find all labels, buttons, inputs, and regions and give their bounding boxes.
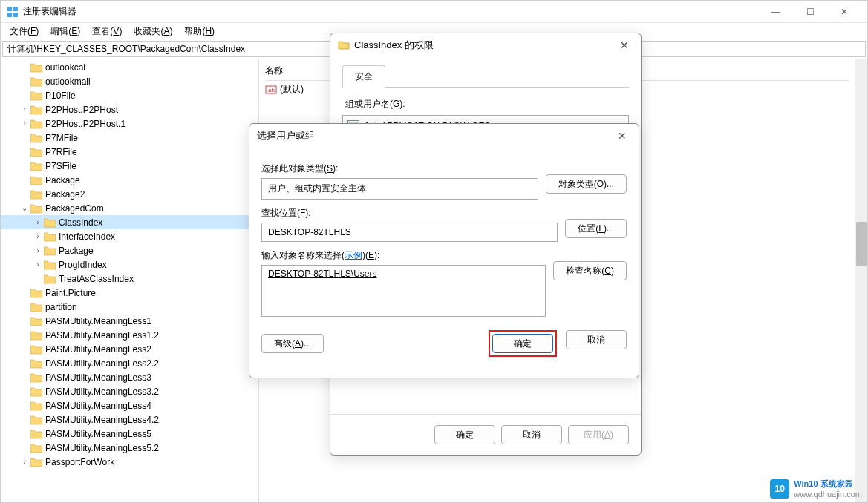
menu-edit[interactable]: 编辑(E) — [45, 24, 86, 39]
svg-rect-1 — [13, 7, 18, 11]
tree-item-interfaceindex[interactable]: ›InterfaceIndex — [1, 229, 258, 243]
tree-item-pasmutility-meaningless4[interactable]: PASMUtility.MeaningLess4 — [1, 398, 258, 412]
tree-item-p2phost-p2phost-1[interactable]: ›P2PHost.P2PHost.1 — [1, 116, 258, 131]
tree-item-pasmutility-meaningless5[interactable]: PASMUtility.MeaningLess5 — [1, 427, 258, 441]
tree-arrow-icon[interactable]: › — [32, 232, 44, 240]
menu-view[interactable]: 查看(V) — [86, 24, 128, 39]
tree-arrow-icon[interactable]: › — [32, 260, 44, 269]
svg-text:ab: ab — [268, 87, 275, 93]
tree-item-pasmutility-meaningless1-2[interactable]: PASMUtility.MeaningLess1.2 — [1, 328, 258, 342]
tree-item-partition[interactable]: partition — [1, 300, 258, 314]
location-button[interactable]: 位置(L)... — [565, 219, 627, 238]
tree-item-package2[interactable]: Package2 — [1, 187, 258, 201]
tree-item-p10file[interactable]: P10File — [1, 88, 258, 102]
tab-security[interactable]: 安全 — [342, 65, 385, 88]
watermark-icon: 10 — [770, 479, 789, 499]
tree-label: PASMUtility.MeaningLess3 — [45, 372, 151, 383]
tree-item-pasmutility-meaningless3[interactable]: PASMUtility.MeaningLess3 — [1, 370, 258, 384]
tree-label: outlookmail — [45, 76, 91, 87]
tree-item-pasmutility-meaningless4-2[interactable]: PASMUtility.MeaningLess4.2 — [1, 412, 258, 427]
menu-help[interactable]: 帮助(H) — [178, 24, 221, 39]
tree-item-pasmutility-meaningless2[interactable]: PASMUtility.MeaningLess2 — [1, 342, 258, 356]
examples-link[interactable]: 示例 — [345, 250, 362, 260]
tree-label: Package — [59, 246, 94, 256]
tree-label: Package — [45, 175, 80, 185]
tree-arrow-icon[interactable]: › — [19, 105, 30, 114]
tree-item-paint-picture[interactable]: Paint.Picture — [1, 286, 258, 300]
select-dlg-title: 选择用户或组 — [257, 129, 315, 142]
tree-label: Paint.Picture — [45, 288, 96, 298]
tree-scrollbar[interactable] — [855, 59, 867, 502]
tree-arrow-icon[interactable]: › — [19, 458, 30, 466]
svg-rect-3 — [13, 13, 18, 17]
tree-item-package[interactable]: ›Package — [1, 243, 258, 257]
regedit-icon — [7, 6, 19, 18]
close-button[interactable]: ✕ — [827, 1, 861, 23]
tree-label: PASMUtility.MeaningLess4 — [45, 401, 151, 411]
enter-names-label: 输入对象名称来选择(示例)(E): — [261, 249, 546, 262]
titlebar: 注册表编辑器 — ☐ ✕ — [1, 1, 867, 23]
tree-item-treatasclassindex[interactable]: TreatAsClassIndex — [1, 272, 258, 286]
tree-arrow-icon[interactable]: › — [32, 218, 44, 226]
check-names-button[interactable]: 检查名称(C) — [553, 261, 627, 280]
tree-label: PASMUtility.MeaningLess5 — [45, 429, 151, 439]
scroll-thumb[interactable] — [856, 222, 867, 266]
tree-label: P7MFile — [45, 133, 78, 143]
tree-label: Package2 — [45, 189, 85, 200]
tree-item-progidindex[interactable]: ›ProgIdIndex — [1, 257, 258, 272]
tree-label: P2PHost.P2PHost — [45, 105, 118, 115]
tree-item-p7mfile[interactable]: P7MFile — [1, 131, 258, 145]
tree-item-pasmutility-meaningless2-2[interactable]: PASMUtility.MeaningLess2.2 — [1, 356, 258, 370]
menu-file[interactable]: 文件(F) — [4, 24, 45, 39]
advanced-button[interactable]: 高级(A)... — [261, 334, 324, 353]
select-cancel-button[interactable]: 取消 — [566, 330, 627, 349]
tree-item-package[interactable]: Package — [1, 173, 258, 187]
tree-item-passportforwork[interactable]: ›PassportForWork — [1, 455, 258, 469]
value-name: (默认) — [280, 83, 304, 96]
folder-icon — [338, 39, 350, 51]
tree-label: P7SFile — [45, 161, 76, 171]
select-close-button[interactable]: ✕ — [613, 130, 631, 142]
tree-label: PASMUtility.MeaningLess3.2 — [45, 387, 159, 397]
watermark: 10 Win10 系统家园 www.qdhuajin.com — [770, 479, 862, 499]
select-ok-button[interactable]: 确定 — [492, 334, 553, 353]
tree-item-pasmutility-meaningless3-2[interactable]: PASMUtility.MeaningLess3.2 — [1, 384, 258, 398]
tree-item-pasmutility-meaningless5-2[interactable]: PASMUtility.MeaningLess5.2 — [1, 441, 258, 455]
tree-label: PASMUtility.MeaningLess5.2 — [45, 443, 159, 453]
tree-item-p2phost-p2phost[interactable]: ›P2PHost.P2PHost — [1, 102, 258, 116]
perm-cancel-button[interactable]: 取消 — [501, 425, 562, 444]
tree-label: PASMUtility.MeaningLess2.2 — [45, 358, 159, 369]
maximize-button[interactable]: ☐ — [793, 1, 827, 23]
tree-label: PASMUtility.MeaningLess4.2 — [45, 415, 159, 425]
tree-arrow-icon[interactable]: › — [19, 119, 30, 128]
tree-arrow-icon[interactable]: ⌄ — [19, 204, 30, 212]
string-value-icon: ab — [265, 84, 277, 96]
menu-favorites[interactable]: 收藏夹(A) — [128, 24, 178, 39]
registry-tree[interactable]: outlookcaloutlookmailP10File›P2PHost.P2P… — [1, 59, 259, 502]
tree-item-p7sfile[interactable]: P7SFile — [1, 159, 258, 173]
tree-label: outlookcal — [45, 62, 85, 73]
tree-item-outlookcal[interactable]: outlookcal — [1, 60, 258, 74]
tree-label: PassportForWork — [45, 457, 114, 467]
tree-label: ClassIndex — [59, 217, 102, 228]
perm-title: ClassIndex 的权限 — [354, 39, 434, 52]
tree-item-packagedcom[interactable]: ⌄PackagedCom — [1, 201, 258, 215]
address-text: 计算机\HKEY_CLASSES_ROOT\PackagedCom\ClassI… — [7, 43, 245, 56]
perm-close-button[interactable]: ✕ — [616, 39, 633, 51]
object-type-field: 用户、组或内置安全主体 — [261, 178, 538, 200]
enter-names-field[interactable]: DESKTOP-82TLHLS\Users — [261, 265, 546, 317]
tree-item-p7rfile[interactable]: P7RFile — [1, 145, 258, 159]
tree-label: P2PHost.P2PHost.1 — [45, 119, 125, 129]
perm-apply-button: 应用(A) — [568, 425, 629, 444]
tree-item-outlookmail[interactable]: outlookmail — [1, 74, 258, 88]
minimize-button[interactable]: — — [759, 1, 793, 23]
tree-item-classindex[interactable]: ›ClassIndex — [1, 215, 258, 229]
tree-arrow-icon[interactable]: › — [32, 246, 44, 254]
tree-item-pasmutility-meaningless1[interactable]: PASMUtility.MeaningLess1 — [1, 314, 258, 328]
perm-ok-button[interactable]: 确定 — [434, 425, 495, 444]
tree-label: PASMUtility.MeaningLess1 — [45, 316, 151, 326]
group-label: 组或用户名(G): — [345, 98, 626, 111]
svg-rect-2 — [7, 13, 12, 17]
tree-label: TreatAsClassIndex — [59, 274, 134, 284]
object-type-button[interactable]: 对象类型(O)... — [546, 174, 627, 194]
